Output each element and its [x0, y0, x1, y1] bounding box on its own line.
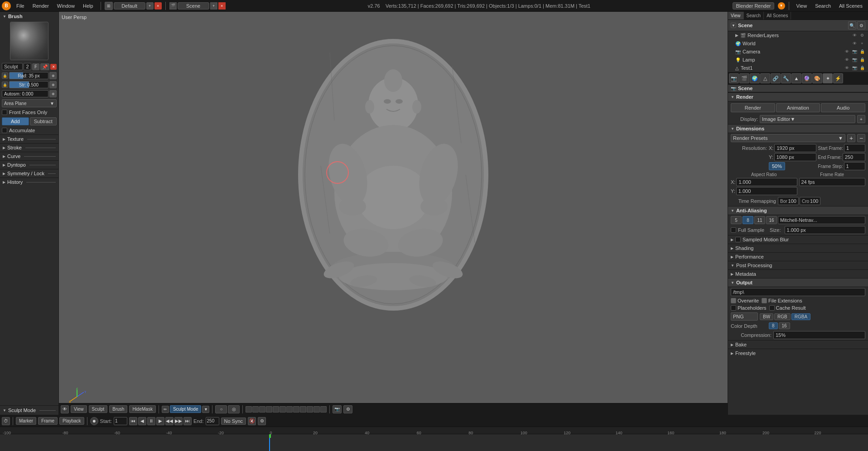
lamp-vis-btn-3[interactable]: 🔒	[859, 57, 865, 63]
start-frame-input[interactable]: 1	[844, 144, 865, 152]
aa-btn-11[interactable]: 11	[754, 216, 765, 224]
grid-btn-5[interactable]	[273, 406, 279, 413]
view-btn[interactable]: View	[71, 405, 87, 413]
extra-icon-2[interactable]: ⚙	[343, 405, 352, 413]
shading-header[interactable]: Shading	[728, 244, 868, 252]
test1-vis-btn[interactable]: 👁	[844, 65, 850, 71]
test1-cam-btn[interactable]: 📷	[851, 65, 858, 71]
grid-btn-9[interactable]	[300, 406, 306, 413]
tl-mute-btn[interactable]: 🔇	[248, 417, 256, 425]
compression-input[interactable]: 15%	[773, 331, 865, 339]
aa-btn-16[interactable]: 16	[766, 216, 777, 224]
props-icon-world[interactable]: 🌍	[750, 73, 760, 83]
mode-dropdown-icon[interactable]: ▼	[202, 406, 209, 413]
lamp-vis-btn-2[interactable]: 📷	[851, 57, 858, 63]
render-presets-select[interactable]: Render Presets ▼	[731, 134, 845, 142]
blender-logo-icon[interactable]: B	[2, 1, 11, 10]
mode-icon[interactable]: ✏	[162, 406, 169, 413]
right-tab-view[interactable]: View	[728, 12, 744, 19]
full-sample-checkbox[interactable]	[731, 227, 736, 233]
display-select[interactable]: Image Editor ▼	[760, 115, 855, 123]
dimensions-section-header[interactable]: Dimensions	[728, 124, 868, 133]
grid-btn-12[interactable]	[320, 406, 327, 413]
brush-btn[interactable]: Brush	[109, 405, 127, 413]
section-stroke[interactable]: Stroke	[0, 143, 58, 152]
tab-search[interactable]: Search	[811, 2, 834, 10]
props-icon-constraints[interactable]: 🔗	[771, 73, 781, 83]
metadata-header[interactable]: Metadata	[728, 270, 868, 278]
radius-lock-icon[interactable]: 🔒	[2, 72, 8, 79]
props-icon-data[interactable]: ▲	[791, 73, 801, 83]
camera-vis-btn-1[interactable]: 👁	[844, 48, 850, 55]
scene-name[interactable]: Scene	[178, 2, 209, 10]
prev-first-btn[interactable]: ⏮	[129, 417, 137, 425]
section-texture[interactable]: Texture	[0, 134, 58, 143]
autosmooth-extra-icon[interactable]: ⊕	[49, 90, 57, 97]
sampled-motion-checkbox[interactable]	[735, 237, 741, 242]
performance-header[interactable]: Performance	[728, 253, 868, 261]
radius-slider[interactable]: Rad: 35 px	[9, 72, 48, 79]
grid-btn-1[interactable]	[246, 406, 252, 413]
res-y-input[interactable]: 1080 px	[774, 153, 816, 161]
menu-window[interactable]: Window	[53, 2, 78, 10]
add-button[interactable]: Add	[2, 117, 29, 125]
props-icon-render[interactable]: 📷	[729, 73, 739, 83]
sculpt-btn[interactable]: Sculpt	[89, 405, 108, 413]
play-rev-btn[interactable]: ◀◀	[165, 417, 174, 425]
props-icon-texture[interactable]: 🎨	[812, 73, 822, 83]
renderlayers-vis-btn[interactable]: 👁	[851, 32, 858, 38]
section-history[interactable]: History	[0, 178, 58, 186]
post-processing-header[interactable]: Post Processing	[728, 261, 868, 269]
props-icon-modifiers[interactable]: 🔧	[781, 73, 791, 83]
menu-render[interactable]: Render	[29, 2, 53, 10]
aa-btn-5[interactable]: 5	[731, 216, 742, 224]
placeholders-checkbox[interactable]	[731, 305, 736, 311]
output-section-header[interactable]: Output	[728, 278, 868, 287]
grid-btn-7[interactable]	[286, 406, 293, 413]
render-engine[interactable]: Blender Render	[733, 2, 774, 10]
timeline-frame-btn[interactable]: Frame	[38, 417, 58, 425]
scene-icon[interactable]: 🎬	[169, 2, 177, 10]
front-faces-checkbox[interactable]	[2, 110, 7, 115]
brush-preview[interactable]	[10, 22, 48, 60]
props-icon-particles[interactable]: ✦	[823, 73, 833, 83]
grid-btn-3[interactable]	[259, 406, 265, 413]
autosmooth-slider[interactable]: Autosm: 0.000	[2, 90, 48, 97]
engine-dropdown-icon[interactable]: ▼	[778, 2, 785, 10]
timeline-content[interactable]: -100 -80 -60 -40 -20 0 20 40 60 80 100 1…	[0, 427, 868, 451]
no-sync-btn[interactable]: No Sync	[221, 417, 246, 425]
color-rgba-btn[interactable]: RGBA	[791, 313, 810, 320]
depth-8-btn[interactable]: 8	[769, 322, 778, 329]
cache-result-checkbox[interactable]	[769, 305, 775, 311]
area-plane-select[interactable]: Area Plane ▼	[2, 99, 57, 107]
layout-add-btn[interactable]: +	[146, 2, 154, 10]
file-ext-checkbox[interactable]	[762, 298, 767, 303]
sculpt-name-input[interactable]: Sculpt	[2, 63, 23, 70]
timeline-playback-btn[interactable]: Playback	[59, 417, 84, 425]
sculpt-number-input[interactable]: 2	[24, 63, 31, 70]
brush-section-header[interactable]: Brush	[0, 12, 58, 20]
color-rgb-btn[interactable]: RGB	[774, 313, 791, 320]
tab-all-scenes[interactable]: All Scenes	[835, 2, 866, 10]
layout-close-btn[interactable]: ×	[154, 2, 162, 10]
sampled-motion-header[interactable]: Sampled Motion Blur	[728, 235, 868, 244]
render-button[interactable]: Render	[731, 103, 775, 112]
timeline-icon[interactable]: ⏱	[2, 417, 10, 425]
play-btn[interactable]: ▶	[156, 417, 164, 425]
audio-button[interactable]: Audio	[821, 103, 865, 112]
scene-settings-icon[interactable]: ⚙	[857, 21, 865, 29]
tl-end-input[interactable]: 250	[206, 417, 219, 425]
sculpt-pin-btn[interactable]: 📌	[40, 63, 49, 70]
timeline-track[interactable]	[0, 434, 868, 451]
scene-item-world[interactable]: 🌍 World 👁 +	[728, 39, 868, 48]
scene-filter-icon[interactable]: 🔍	[848, 21, 856, 29]
scene-item-renderlayers[interactable]: ▶ 🎬 RenderLayers 👁 ⚙	[728, 31, 868, 39]
layout-name[interactable]: Default	[114, 2, 145, 10]
world-vis-btn[interactable]: 👁	[851, 40, 858, 47]
grid-btn-4[interactable]	[266, 406, 272, 413]
grid-btn-10[interactable]	[307, 406, 313, 413]
strength-extra-icon[interactable]: ⊕	[49, 81, 57, 88]
sculpt-close-btn[interactable]: ×	[50, 64, 57, 70]
timeline-view-btn[interactable]: Marker	[16, 417, 36, 425]
props-icon-object[interactable]: △	[760, 73, 770, 83]
